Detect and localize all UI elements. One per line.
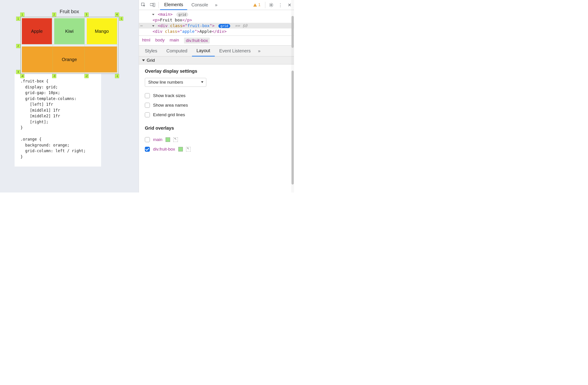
dom-tree[interactable]: <main> grid <p>Fruit box</p> ⋯ <div clas… [139,10,294,36]
expand-toggle-icon[interactable] [152,25,154,27]
inspect-element-icon[interactable] [139,0,148,10]
selected-node-ref: == $0 [235,23,247,28]
css-grid-overlay: Apple Kiwi Mango Orange 1 2 3 4 1 2 3 -1… [21,17,118,74]
devtools-panel: Elements Console » 1 ⋮ ✕ <main> grid <p>… [139,0,294,192]
grid-line-badge: 1 [16,17,20,21]
rendered-page-preview: Fruit box Apple Kiwi Mango Orange 1 2 3 … [0,0,139,192]
checkbox-track-sizes[interactable] [145,93,150,98]
grid-cell-orange: Orange [22,46,117,72]
crumb-body[interactable]: body [155,38,165,43]
tab-elements[interactable]: Elements [160,0,187,10]
breadcrumb[interactable]: html body main div.fruit-box [139,36,294,45]
layout-panel: Overlay display settings Show line numbe… [139,64,294,157]
css-source-code: .fruit-box { display: grid; grid-gap: 10… [15,74,101,167]
checkbox-extend-lines[interactable] [145,112,150,117]
dom-node-selected[interactable]: ⋯ <div class="fruit-box"> grid == $0 [139,23,294,28]
svg-rect-1 [150,3,153,6]
overlay-label[interactable]: main [153,137,162,142]
dom-row-actions-icon[interactable]: ⋯ [140,23,143,28]
crumb-main[interactable]: main [170,38,179,43]
warning-icon [253,3,257,7]
expand-toggle-icon[interactable] [152,14,154,15]
devtools-toolbar: Elements Console » 1 ⋮ ✕ [139,0,294,10]
subtab-layout[interactable]: Layout [192,45,215,57]
warnings-indicator[interactable]: 1 [250,2,264,7]
tab-console[interactable]: Console [187,0,212,10]
scrollbar[interactable] [291,0,294,192]
grid-line-badge: 2 [16,44,20,48]
grid-line-badge: -3 [52,74,56,78]
highlight-element-icon[interactable] [186,147,191,151]
color-swatch[interactable] [166,137,170,142]
kebab-menu-icon[interactable]: ⋮ [276,0,285,10]
subtab-event-listeners[interactable]: Event Listeners [215,45,255,57]
grid-line-badge: 3 [84,13,89,17]
chevron-down-icon [201,81,203,83]
crumb-html[interactable]: html [142,38,150,43]
color-swatch[interactable] [178,147,183,151]
grid-line-badge: 1 [20,13,24,17]
grid-line-badge: 2 [52,13,56,17]
grid-line-badge: 3 [16,70,20,74]
checkbox-label: Extend grid lines [153,112,185,117]
subtab-computed[interactable]: Computed [162,45,192,57]
crumb-fruit-box[interactable]: div.fruit-box [184,38,210,43]
overlay-label[interactable]: div.fruit-box [153,147,175,152]
grid-badge[interactable]: grid [176,13,188,17]
page-title: Fruit box [9,9,129,15]
grid-section-header[interactable]: Grid [139,57,294,64]
grid-line-badge: 4 [115,13,119,17]
grid-line-badge: -2 [84,74,89,78]
grid-cell-apple: Apple [22,18,52,44]
line-label-select[interactable]: Show line numbers [145,78,206,87]
select-value: Show line numbers [148,80,183,85]
gear-icon[interactable] [267,0,276,10]
checkbox-label: Show track sizes [153,93,186,98]
grid-cell-kiwi: Kiwi [54,18,84,44]
grid-line-badge: -1 [119,17,123,21]
checkbox-label: Show area names [153,103,188,108]
styles-subtabs: Styles Computed Layout Event Listeners » [139,45,294,57]
warning-count: 1 [258,2,261,7]
tabs-overflow-icon[interactable]: » [212,2,220,7]
overlay-settings-heading: Overlay display settings [145,68,288,74]
grid-line-badge: -4 [20,74,24,78]
chevron-down-icon [142,60,145,61]
svg-point-3 [271,4,272,6]
device-toggle-icon[interactable] [148,0,157,10]
overlay-toggle-main[interactable] [145,137,150,142]
highlight-element-icon[interactable] [173,137,178,142]
grid-overlays-heading: Grid overlays [145,126,288,131]
checkbox-area-names[interactable] [145,103,150,108]
overlay-toggle-fruit-box[interactable] [145,147,150,152]
subtab-styles[interactable]: Styles [140,45,162,57]
subtabs-overflow-icon[interactable]: » [255,48,263,54]
grid-badge[interactable]: grid [218,24,230,28]
grid-cell-mango: Mango [87,18,117,44]
grid-section-title: Grid [147,58,155,63]
grid-line-badge: -1 [115,74,119,78]
